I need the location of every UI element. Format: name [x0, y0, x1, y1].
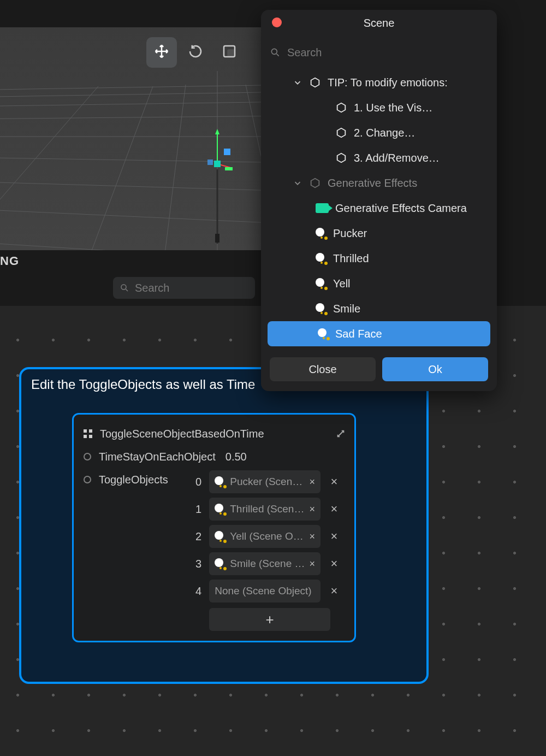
tree-label: Sad Face: [335, 328, 382, 340]
face-object-icon: [215, 476, 225, 487]
scene-node-icon: [309, 76, 321, 88]
toggle-object-row: 4 None (Scene Object) ×: [192, 580, 340, 603]
tree-item[interactable]: 1. Use the Vis…: [265, 95, 492, 120]
object-slot[interactable]: Yell (Scene O… ×: [209, 525, 321, 548]
tree-label: Yell: [333, 277, 351, 290]
tree-label: Generative Effects: [328, 177, 417, 190]
tree-item[interactable]: 3. Add/Remove…: [265, 145, 492, 170]
annotation-title: Edit the ToggleObjects as well as Time: [31, 377, 255, 392]
svg-line-33: [277, 54, 279, 56]
move-icon: [153, 43, 170, 62]
time-value[interactable]: 0.50: [225, 451, 247, 463]
remove-row-icon[interactable]: ×: [328, 502, 340, 516]
window-close-icon[interactable]: [272, 17, 282, 27]
svg-rect-29: [89, 429, 92, 433]
tree-group-generative[interactable]: Generative Effects: [265, 170, 492, 196]
toggle-object-row: 0 Pucker (Scen… × ×: [192, 470, 340, 493]
remove-row-icon[interactable]: ×: [328, 529, 340, 544]
expand-icon[interactable]: [336, 429, 346, 439]
add-toggle-object-button[interactable]: +: [209, 608, 330, 631]
svg-point-26: [121, 285, 126, 290]
tree-item-emotion-selected[interactable]: Sad Face: [268, 321, 490, 346]
scene-search-placeholder: Search: [287, 46, 322, 59]
node-toggle-scene-object[interactable]: ToggleSceneObjectBasedOnTime TimeStayOnE…: [72, 413, 356, 642]
toggle-objects-list: 0 Pucker (Scen… × × 1 Thrilled (Scen…: [192, 470, 340, 603]
face-object-icon: [318, 328, 329, 339]
svg-rect-30: [84, 435, 87, 438]
object-slot[interactable]: Thrilled (Scen… ×: [209, 498, 321, 521]
tree-label: 2. Change…: [354, 127, 415, 139]
search-icon: [270, 47, 281, 58]
scale-tool-button[interactable]: [214, 37, 245, 68]
move-tool-button[interactable]: [146, 37, 177, 68]
object-slot[interactable]: Pucker (Scen… ×: [209, 470, 321, 493]
face-object-icon: [316, 303, 327, 314]
tree-label: Pucker: [333, 227, 367, 240]
node-header[interactable]: ToggleSceneObjectBasedOnTime: [74, 422, 354, 445]
close-button-label: Close: [308, 363, 336, 376]
toggle-objects-label: ToggleObjects: [99, 474, 168, 486]
object-placeholder: None (Scene Object): [215, 585, 311, 597]
object-label: Thrilled (Scen…: [230, 503, 304, 515]
clear-slot-icon[interactable]: ×: [309, 504, 315, 515]
object-label: Smile (Scene …: [230, 558, 305, 570]
remove-row-icon[interactable]: ×: [328, 557, 340, 571]
tree-item-emotion[interactable]: Yell: [265, 271, 492, 296]
rotate-tool-button[interactable]: [180, 37, 211, 68]
tree-item[interactable]: 2. Change…: [265, 120, 492, 145]
face-object-icon: [215, 531, 225, 542]
camera-icon: [316, 203, 329, 213]
row-index: 4: [192, 585, 201, 598]
chevron-down-icon[interactable]: [293, 178, 302, 188]
clear-slot-icon[interactable]: ×: [309, 531, 315, 542]
ok-button[interactable]: Ok: [382, 357, 488, 381]
tree-item-camera[interactable]: Generative Effects Camera: [265, 196, 492, 221]
object-slot[interactable]: Smile (Scene … ×: [209, 552, 321, 575]
node-title: ToggleSceneObjectBasedOnTime: [100, 428, 264, 440]
remove-row-icon[interactable]: ×: [328, 584, 340, 598]
object-slot-empty[interactable]: None (Scene Object): [209, 580, 321, 603]
rotate-icon: [187, 43, 204, 62]
scene-tree: TIP: To modify emotions: 1. Use the Vis……: [261, 67, 497, 352]
tree-group-tip[interactable]: TIP: To modify emotions:: [265, 70, 492, 95]
asset-search-input[interactable]: Search: [113, 277, 255, 299]
clear-slot-icon[interactable]: ×: [309, 558, 315, 570]
tree-label: Generative Effects Camera: [335, 202, 467, 215]
node-time-row[interactable]: TimeStayOnEachObject 0.50: [74, 445, 354, 468]
grid-icon: [82, 428, 93, 439]
toggle-object-row: 2 Yell (Scene O… × ×: [192, 525, 340, 548]
toggle-object-row: 3 Smile (Scene … × ×: [192, 552, 340, 575]
popup-title: Scene: [364, 17, 395, 29]
row-index: 3: [192, 558, 201, 570]
clear-slot-icon[interactable]: ×: [309, 476, 315, 488]
close-button[interactable]: Close: [270, 357, 376, 381]
tree-label: Thrilled: [333, 252, 369, 265]
scene-node-icon: [309, 177, 321, 189]
annotation-panel: Edit the ToggleObjects as well as Time T…: [19, 367, 429, 684]
popup-titlebar[interactable]: Scene: [261, 10, 497, 36]
port-icon[interactable]: [84, 453, 91, 460]
popup-footer: Close Ok: [261, 352, 497, 391]
row-index: 1: [192, 503, 201, 516]
object-label: Yell (Scene O…: [230, 530, 303, 542]
tree-item-emotion[interactable]: Thrilled: [265, 246, 492, 271]
port-icon[interactable]: [84, 476, 91, 483]
remove-row-icon[interactable]: ×: [328, 475, 340, 489]
object-label: Pucker (Scen…: [230, 476, 302, 488]
svg-point-32: [271, 49, 277, 54]
svg-line-27: [126, 289, 128, 291]
tree-item-emotion[interactable]: Pucker: [265, 221, 492, 246]
tree-item-emotion[interactable]: Smile: [265, 296, 492, 321]
chevron-down-icon[interactable]: [293, 78, 302, 87]
search-icon: [120, 283, 129, 293]
search-placeholder: Search: [135, 282, 169, 294]
tree-label: Smile: [333, 303, 360, 315]
row-index: 0: [192, 476, 201, 488]
scene-search-input[interactable]: Search: [270, 42, 488, 63]
scene-picker-popup: Scene Search TIP: To modify emotions: 1.…: [261, 10, 497, 391]
time-label: TimeStayOnEachObject: [99, 451, 216, 463]
tree-label: 3. Add/Remove…: [354, 152, 440, 164]
face-object-icon: [215, 558, 225, 569]
svg-rect-31: [89, 435, 92, 438]
ok-button-label: Ok: [428, 363, 442, 376]
